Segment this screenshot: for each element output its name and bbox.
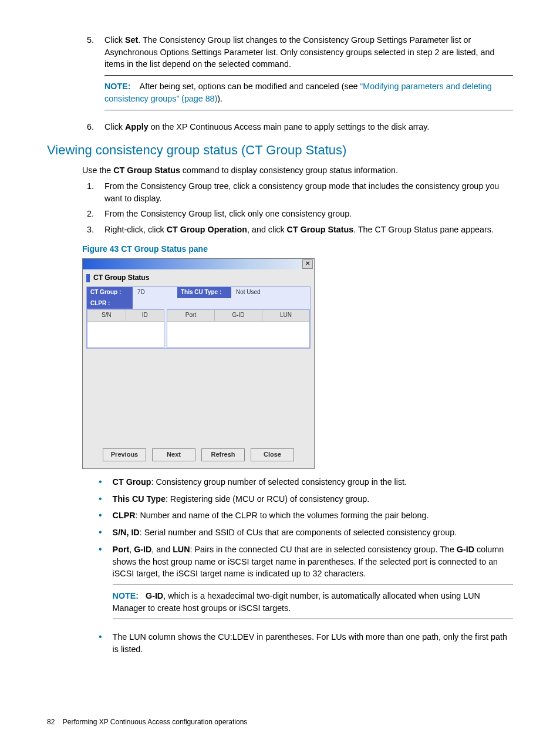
refresh-button[interactable]: Refresh	[201, 448, 245, 461]
pane-heading: CT Group Status	[86, 273, 311, 283]
bullet-list: • CT Group: Consistency group number of …	[99, 476, 513, 656]
note-label: NOTE:	[104, 82, 130, 91]
right-table: Port G-ID LUN	[167, 309, 310, 348]
item-number: 6.	[82, 121, 94, 133]
bullet-icon: •	[99, 493, 102, 505]
bullet-icon: •	[99, 509, 102, 522]
bullet-icon: •	[99, 526, 102, 539]
bullet-item: • The LUN column shows the CU:LDEV in pa…	[99, 631, 513, 655]
col-sn[interactable]: S/N	[87, 310, 126, 321]
bullet-icon: •	[99, 544, 102, 627]
close-icon[interactable]: ✕	[302, 259, 313, 269]
col-port[interactable]: Port	[167, 310, 215, 321]
section-heading: Viewing consistency group status (CT Gro…	[47, 141, 513, 160]
ct-group-status-pane: ✕ CT Group Status CT Group : 7D This CU …	[82, 258, 315, 469]
clpr-label: CLPR :	[87, 298, 133, 309]
left-table: S/N ID	[87, 309, 164, 348]
bullet-item: • This CU Type: Registering side (MCU or…	[99, 493, 513, 505]
col-lun[interactable]: LUN	[262, 310, 309, 321]
item-text: Right-click, click CT Group Operation, a…	[104, 224, 513, 236]
item-number: 2.	[82, 208, 94, 220]
item-number: 5.	[82, 34, 94, 117]
item-number: 1.	[82, 180, 94, 204]
list-item: 6. Click Apply on the XP Continuous Acce…	[82, 121, 513, 133]
ctgroup-value: 7D	[133, 287, 177, 298]
list-item: 1. From the Consistency Group tree, clic…	[82, 180, 513, 204]
col-gid[interactable]: G-ID	[215, 310, 262, 321]
info-panel: CT Group : 7D This CU Type : Not Used CL…	[86, 286, 311, 349]
next-button[interactable]: Next	[152, 448, 195, 461]
col-id[interactable]: ID	[126, 310, 164, 321]
bullet-item: • Port, G-ID, and LUN: Pairs in the conn…	[99, 544, 513, 627]
clpr-value	[133, 298, 142, 309]
bullet-item: • CT Group: Consistency group number of …	[99, 476, 513, 488]
page-number: 82	[47, 718, 55, 726]
previous-button[interactable]: Previous	[103, 448, 146, 461]
item-text: From the Consistency Group tree, click a…	[104, 180, 513, 204]
close-button[interactable]: Close	[251, 448, 294, 461]
ordered-list-b: 1. From the Consistency Group tree, clic…	[82, 180, 513, 236]
item-number: 3.	[82, 224, 94, 236]
ctgroup-label: CT Group :	[87, 287, 133, 298]
bullet-item: • S/N, ID: Serial number and SSID of CUs…	[99, 526, 513, 539]
note-box: NOTE: After being set, options can be mo…	[104, 75, 513, 110]
bullet-item: • CLPR: Number and name of the CLPR to w…	[99, 509, 513, 522]
note-box: NOTE: G-ID, which is a hexadecimal two-d…	[113, 585, 513, 619]
list-item: 3. Right-click, click CT Group Operation…	[82, 224, 513, 236]
list-item: 5. Click Set. The Consistency Group list…	[82, 34, 513, 117]
titlebar: ✕	[83, 259, 314, 269]
figure-caption: Figure 43 CT Group Status pane	[82, 243, 513, 255]
item-text: From the Consistency Group list, click o…	[104, 208, 513, 220]
page-footer: 82 Performing XP Continuous Access confi…	[47, 717, 247, 727]
page: 5. Click Set. The Consistency Group list…	[0, 0, 560, 746]
intro-text: Use the CT Group Status command to displ…	[82, 164, 513, 177]
thiscutype-label: This CU Type :	[177, 287, 231, 298]
item-text: Click Set. The Consistency Group list ch…	[104, 34, 513, 117]
note-label: NOTE:	[113, 591, 139, 600]
thiscutype-value: Not Used	[231, 287, 265, 298]
button-row: Previous Next Refresh Close	[86, 448, 311, 461]
bullet-icon: •	[99, 631, 102, 655]
bullet-icon: •	[99, 476, 102, 488]
list-item: 2. From the Consistency Group list, clic…	[82, 208, 513, 220]
chapter-title: Performing XP Continuous Access configur…	[63, 718, 248, 726]
item-text: Click Apply on the XP Continuous Access …	[104, 121, 513, 133]
ordered-list-a: 5. Click Set. The Consistency Group list…	[47, 34, 513, 133]
heading-bar-icon	[86, 274, 90, 282]
